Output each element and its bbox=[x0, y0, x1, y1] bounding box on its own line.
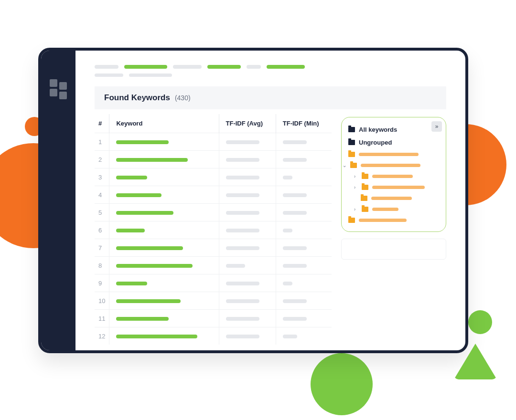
cell-min bbox=[276, 310, 332, 327]
row-number: 1 bbox=[95, 133, 109, 151]
folder-icon bbox=[362, 207, 368, 212]
table-row[interactable]: 1 bbox=[95, 133, 332, 151]
table-row[interactable]: 10 bbox=[95, 292, 332, 310]
breadcrumb-item[interactable] bbox=[247, 65, 261, 69]
cell-avg bbox=[219, 186, 276, 204]
breadcrumb-item[interactable] bbox=[207, 65, 241, 69]
row-number: 6 bbox=[95, 221, 109, 239]
cell-min bbox=[276, 168, 332, 186]
tree-label: All keywords bbox=[359, 126, 397, 133]
row-number: 5 bbox=[95, 204, 109, 221]
tree-ungrouped[interactable]: Ungrouped bbox=[346, 136, 441, 149]
cell-avg bbox=[219, 274, 276, 292]
decoration-circle bbox=[468, 310, 492, 334]
decoration-triangle bbox=[454, 344, 497, 379]
keywords-table: # Keyword TF-IDF (Avg) TF-IDF (Min) 1234… bbox=[95, 114, 332, 345]
cell-avg bbox=[219, 327, 276, 345]
table-row[interactable]: 12 bbox=[95, 327, 332, 345]
cell-avg bbox=[219, 292, 276, 310]
table-row[interactable]: 4 bbox=[95, 186, 332, 204]
row-number: 8 bbox=[95, 257, 109, 274]
sidebar bbox=[41, 51, 75, 350]
chevron-right-icon: › bbox=[354, 174, 358, 179]
table-row[interactable]: 5 bbox=[95, 204, 332, 221]
cell-min bbox=[276, 239, 332, 257]
panel-footer-box bbox=[341, 239, 446, 260]
table-row[interactable]: 11 bbox=[95, 310, 332, 327]
tree-all-keywords[interactable]: All keywords bbox=[346, 123, 441, 136]
folder-icon bbox=[362, 174, 368, 179]
tree-group[interactable] bbox=[346, 149, 441, 160]
cell-min bbox=[276, 133, 332, 151]
placeholder-bar bbox=[372, 175, 413, 178]
col-keyword[interactable]: Keyword bbox=[109, 114, 219, 133]
placeholder-bar bbox=[372, 208, 398, 211]
placeholder-bar bbox=[361, 164, 420, 167]
section-title: Found Keywords bbox=[104, 93, 170, 103]
cell-avg bbox=[219, 204, 276, 221]
cell-min bbox=[276, 274, 332, 292]
app-frame: Found Keywords (430) # Keyword TF-IDF (A… bbox=[38, 48, 468, 353]
expand-button[interactable]: » bbox=[431, 121, 442, 132]
tree-subgroup[interactable]: › bbox=[352, 204, 441, 215]
cell-avg bbox=[219, 151, 276, 168]
table-row[interactable]: 7 bbox=[95, 239, 332, 257]
row-number: 3 bbox=[95, 168, 109, 186]
tree-group-expanded[interactable]: ⌄ bbox=[341, 160, 441, 171]
tree-group[interactable] bbox=[346, 215, 441, 226]
table-row[interactable]: 6 bbox=[95, 221, 332, 239]
main-content: Found Keywords (430) # Keyword TF-IDF (A… bbox=[75, 51, 465, 350]
cell-min bbox=[276, 151, 332, 168]
chevron-right-icon: › bbox=[354, 207, 358, 212]
cell-keyword bbox=[109, 151, 219, 168]
folder-icon bbox=[362, 185, 368, 190]
folder-icon bbox=[348, 218, 355, 223]
table-row[interactable]: 8 bbox=[95, 257, 332, 274]
placeholder-bar bbox=[371, 197, 412, 200]
cell-keyword bbox=[109, 168, 219, 186]
cell-keyword bbox=[109, 186, 219, 204]
cell-min bbox=[276, 221, 332, 239]
table-row[interactable]: 9 bbox=[95, 274, 332, 292]
cell-min bbox=[276, 292, 332, 310]
folder-icon bbox=[361, 196, 367, 201]
section-count: (430) bbox=[175, 94, 191, 102]
row-number: 12 bbox=[95, 327, 109, 345]
tree-subgroup[interactable]: › bbox=[352, 171, 441, 182]
cell-keyword bbox=[109, 239, 219, 257]
col-number[interactable]: # bbox=[95, 114, 109, 133]
breadcrumb-item[interactable] bbox=[267, 65, 305, 69]
row-number: 4 bbox=[95, 186, 109, 204]
breadcrumb-row bbox=[75, 65, 465, 74]
table-row[interactable]: 3 bbox=[95, 168, 332, 186]
cell-min bbox=[276, 327, 332, 345]
row-number: 7 bbox=[95, 239, 109, 257]
cell-keyword bbox=[109, 133, 219, 151]
col-tfidf-avg[interactable]: TF-IDF (Avg) bbox=[219, 114, 276, 133]
cell-avg bbox=[219, 133, 276, 151]
breadcrumb-item[interactable] bbox=[95, 65, 118, 69]
tree-subgroup[interactable] bbox=[352, 193, 441, 204]
section-header: Found Keywords (430) bbox=[95, 86, 446, 109]
col-tfidf-min[interactable]: TF-IDF (Min) bbox=[276, 114, 332, 133]
row-number: 11 bbox=[95, 310, 109, 327]
breadcrumb-item[interactable] bbox=[124, 65, 167, 69]
folder-icon bbox=[350, 163, 357, 168]
chevron-right-icon: › bbox=[354, 185, 358, 190]
cell-min bbox=[276, 257, 332, 274]
placeholder-bar bbox=[372, 186, 425, 189]
cell-min bbox=[276, 186, 332, 204]
placeholder-bar bbox=[359, 219, 407, 222]
cell-min bbox=[276, 204, 332, 221]
breadcrumb-item[interactable] bbox=[129, 74, 172, 77]
breadcrumb-item[interactable] bbox=[95, 74, 123, 77]
row-number: 2 bbox=[95, 151, 109, 168]
groups-panel: » All keywords Ungrouped ⌄ bbox=[341, 117, 446, 232]
app-logo-icon bbox=[50, 79, 67, 96]
decoration-circle bbox=[311, 353, 373, 415]
table-row[interactable]: 2 bbox=[95, 151, 332, 168]
cell-keyword bbox=[109, 292, 219, 310]
breadcrumb-item[interactable] bbox=[173, 65, 202, 69]
tree-subgroup[interactable]: › bbox=[352, 182, 441, 193]
folder-icon bbox=[348, 140, 355, 145]
